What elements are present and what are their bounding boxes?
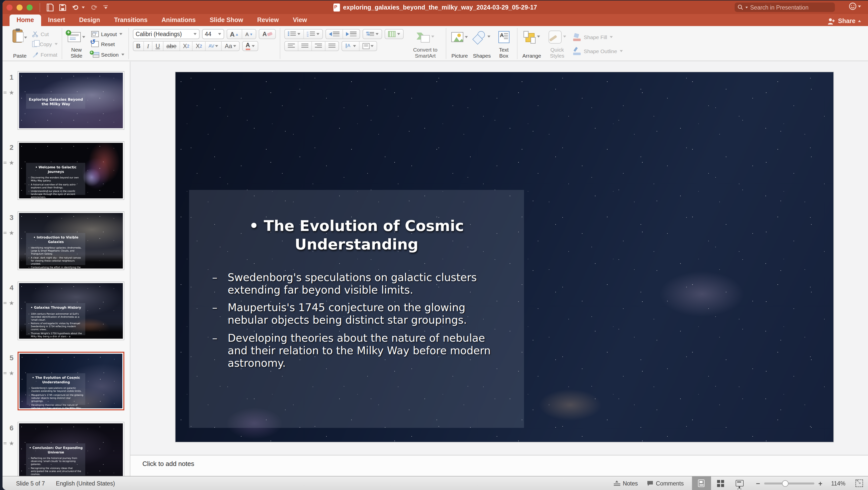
- zoom-level[interactable]: 114%: [826, 480, 845, 486]
- feedback-menu[interactable]: [849, 2, 861, 10]
- text-direction-caret-icon: [353, 45, 356, 47]
- zoom-in-button[interactable]: +: [818, 479, 823, 487]
- change-case-button[interactable]: Aa: [222, 41, 239, 51]
- notes-toggle-button[interactable]: Notes: [614, 480, 638, 486]
- transition-star-icon[interactable]: ★: [5, 89, 18, 96]
- align-center-button[interactable]: [298, 41, 312, 51]
- undo-caret-icon[interactable]: [82, 6, 85, 8]
- align-text-button[interactable]: [360, 41, 377, 51]
- redo-icon[interactable]: [90, 4, 98, 11]
- decrease-font-caret-icon: ▼: [249, 32, 253, 36]
- zoom-slider[interactable]: [764, 482, 814, 484]
- tab-review[interactable]: Review: [250, 14, 286, 26]
- slide-thumbnail-3[interactable]: Introduction to Visible Galaxies Identif…: [18, 211, 124, 270]
- reset-button[interactable]: Reset: [91, 40, 124, 48]
- character-spacing-button[interactable]: AV: [206, 41, 222, 51]
- mini-title: Conclusion: Our Expanding Universe: [28, 446, 84, 454]
- zoom-slider-thumb[interactable]: [782, 480, 788, 487]
- new-slide-label: New Slide: [67, 46, 86, 59]
- new-slide-button[interactable]: + New Slide: [66, 29, 87, 59]
- slide-thumbnail-5-selected[interactable]: The Evolution of Cosmic Understanding Sw…: [18, 352, 124, 410]
- underline-button[interactable]: U: [152, 41, 163, 51]
- slideshow-view-button[interactable]: [730, 476, 749, 490]
- superscript-button[interactable]: X2: [180, 41, 193, 51]
- convert-smartart-button[interactable]: Convert to SmartArt: [409, 29, 442, 59]
- decrease-font-size-button[interactable]: A ▼: [242, 30, 256, 39]
- format-painter-button[interactable]: Format: [32, 51, 57, 58]
- line-spacing-button[interactable]: [363, 30, 381, 39]
- font-size-combo[interactable]: 44: [202, 29, 224, 39]
- copy-button[interactable]: Copy: [32, 40, 57, 48]
- clear-formatting-button[interactable]: A: [259, 30, 275, 39]
- tab-insert[interactable]: Insert: [41, 14, 72, 26]
- subscript-button[interactable]: X2: [193, 41, 206, 51]
- tab-view[interactable]: View: [286, 14, 314, 26]
- italic-button[interactable]: I: [144, 41, 152, 51]
- minimize-window-button[interactable]: [17, 4, 23, 10]
- transition-star-icon[interactable]: ★: [5, 229, 18, 236]
- bold-button[interactable]: B: [133, 41, 144, 51]
- search-input[interactable]: Search in Presentation: [735, 2, 835, 12]
- tab-home[interactable]: Home: [9, 14, 41, 26]
- tab-animations[interactable]: Animations: [154, 14, 203, 26]
- font-size-value: 44: [205, 31, 211, 37]
- zoom-window-button[interactable]: [27, 4, 33, 10]
- customize-toolbar-icon[interactable]: [103, 5, 108, 9]
- slide-thumbnail-2[interactable]: Welcome to Galactic Journeys Discovering…: [18, 141, 124, 200]
- columns-button[interactable]: [385, 30, 403, 39]
- cut-button[interactable]: Cut: [32, 30, 57, 38]
- arrange-caret-icon: [537, 36, 540, 38]
- align-right-button[interactable]: [312, 41, 326, 51]
- slide-thumbnail-6[interactable]: Conclusion: Our Expanding Universe Refle…: [18, 422, 124, 476]
- decrease-indent-button[interactable]: [326, 30, 343, 39]
- transition-star-icon[interactable]: ★: [5, 440, 18, 447]
- paste-button[interactable]: Paste: [11, 29, 28, 59]
- strikethrough-button[interactable]: abe: [163, 41, 180, 51]
- layout-button[interactable]: Layout: [91, 30, 124, 38]
- text-direction-button[interactable]: [342, 41, 360, 51]
- language-indicator[interactable]: English (United States): [56, 480, 115, 486]
- slide-thumbnail-4[interactable]: Galaxies Through History 10th-century Pe…: [18, 282, 124, 340]
- zoom-out-button[interactable]: −: [756, 479, 760, 487]
- transition-star-icon[interactable]: ★: [5, 370, 18, 377]
- undo-icon[interactable]: [72, 4, 85, 11]
- slide-sorter-view-button[interactable]: [711, 476, 730, 490]
- slide-text-box[interactable]: • The Evolution of Cosmic Understanding …: [189, 190, 524, 428]
- new-slide-caret-icon[interactable]: [82, 36, 85, 38]
- comments-toggle-button[interactable]: Comments: [647, 480, 684, 486]
- justify-button[interactable]: [326, 41, 339, 51]
- tab-transitions[interactable]: Transitions: [107, 14, 154, 26]
- increase-indent-button[interactable]: [343, 30, 360, 39]
- arrange-button[interactable]: Arrange: [521, 29, 542, 59]
- slide-canvas[interactable]: • The Evolution of Cosmic Understanding …: [176, 72, 833, 442]
- align-left-button[interactable]: [285, 41, 298, 51]
- numbering-button[interactable]: [304, 30, 322, 39]
- shape-outline-button[interactable]: Shape Outline: [573, 47, 623, 55]
- close-window-button[interactable]: [6, 4, 12, 10]
- shape-fill-button[interactable]: Shape Fill: [573, 33, 623, 41]
- paste-caret-icon[interactable]: [24, 37, 27, 39]
- section-button[interactable]: + Section: [91, 51, 124, 58]
- font-color-button[interactable]: A: [243, 41, 257, 51]
- fit-slide-to-window-button[interactable]: [856, 480, 863, 487]
- save-icon[interactable]: [59, 4, 66, 11]
- picture-button[interactable]: Picture: [450, 29, 469, 59]
- bullets-button[interactable]: [285, 30, 304, 39]
- text-box-button[interactable]: Text Box: [495, 29, 513, 59]
- transition-star-icon[interactable]: ★: [5, 300, 18, 306]
- font-name-combo[interactable]: Calibri (Headings): [133, 29, 199, 39]
- quick-styles-button[interactable]: Quick Styles: [545, 29, 569, 59]
- normal-view-button[interactable]: [692, 476, 711, 490]
- slide-thumbnail-1[interactable]: Exploring Galaxies Beyond the Milky Way: [18, 71, 124, 130]
- share-button[interactable]: Share: [828, 18, 861, 25]
- shapes-button[interactable]: Shapes: [472, 29, 492, 59]
- increase-font-size-button[interactable]: A ▲: [227, 30, 242, 39]
- tab-slide-show[interactable]: Slide Show: [203, 14, 250, 26]
- collapse-ribbon-icon[interactable]: [858, 20, 861, 22]
- search-scope-caret-icon[interactable]: [745, 6, 748, 8]
- notes-pane[interactable]: Click to add notes: [130, 455, 868, 476]
- new-document-icon[interactable]: [46, 3, 54, 11]
- tab-design[interactable]: Design: [72, 14, 107, 26]
- font-color-caret-icon[interactable]: [251, 45, 254, 47]
- transition-star-icon[interactable]: ★: [5, 159, 18, 166]
